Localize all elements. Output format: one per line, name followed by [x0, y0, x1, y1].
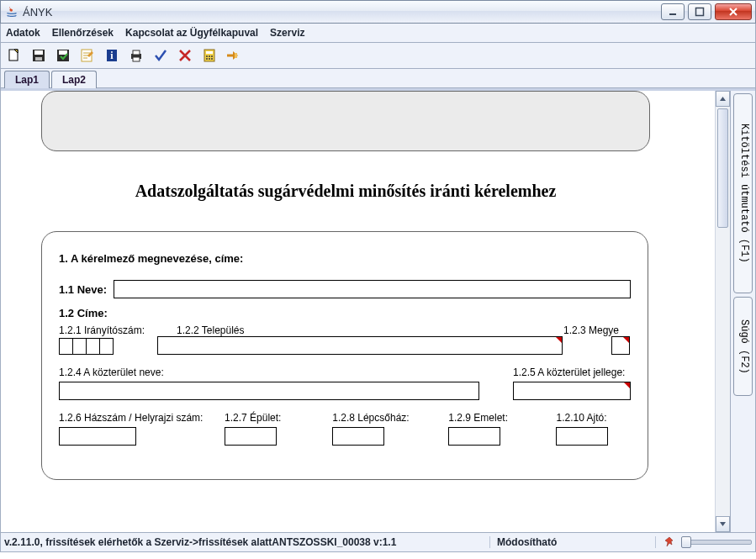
window-title: ÁNYK	[23, 6, 52, 18]
svg-rect-6	[35, 57, 42, 61]
workspace: Adatszolgáltatás sugárvédelmi minősítés …	[0, 91, 756, 533]
field-1-2-5-input[interactable]	[513, 382, 631, 400]
section-1-box: 1. A kérelmező megnevezése, címe: 1.1 Ne…	[41, 231, 648, 480]
tab-lap1[interactable]: Lap1	[4, 71, 50, 88]
document-viewport: Adatszolgáltatás sugárvédelmi minősítés …	[1, 91, 715, 532]
field-1-2-9-input[interactable]	[448, 427, 500, 446]
toolbar-save-check-icon[interactable]	[55, 46, 71, 65]
field-1-2-label: 1.2 Címe:	[59, 307, 108, 319]
svg-marker-24	[720, 97, 726, 101]
svg-rect-23	[235, 53, 237, 58]
field-1-1-input[interactable]	[114, 280, 631, 298]
status-bar: v.2.11.0, frissítések elérhetők a Szervi…	[0, 533, 756, 552]
field-1-2-2-input[interactable]	[157, 336, 563, 355]
field-1-2-3-input[interactable]	[611, 336, 630, 355]
toolbar-pointer-icon[interactable]	[225, 46, 242, 65]
field-1-2-7-label: 1.2.7 Épület:	[225, 412, 315, 424]
scroll-thumb[interactable]	[717, 108, 728, 228]
toolbar-print-icon[interactable]	[128, 46, 145, 65]
field-1-2-4-input[interactable]	[59, 382, 479, 400]
toolbar-check-icon[interactable]	[152, 46, 169, 65]
scroll-down-button[interactable]	[716, 516, 730, 532]
svg-point-18	[209, 55, 210, 57]
svg-point-20	[206, 58, 208, 60]
toolbar: i	[0, 43, 756, 69]
field-1-2-8-input[interactable]	[332, 427, 384, 446]
svg-point-22	[211, 58, 213, 60]
svg-rect-0	[669, 13, 676, 15]
form-page: Adatszolgáltatás sugárvédelmi minősítés …	[9, 91, 682, 480]
document-title: Adatszolgáltatás sugárvédelmi minősítés …	[9, 182, 682, 201]
menu-szerviz[interactable]: Szerviz	[270, 27, 304, 39]
window-close-button[interactable]	[715, 3, 752, 20]
svg-rect-5	[34, 50, 43, 55]
java-icon	[5, 5, 19, 18]
svg-rect-16	[206, 51, 213, 54]
side-panels: Kitöltési útmutató (F1) Súgó (F2)	[730, 91, 755, 532]
toolbar-new-icon[interactable]	[6, 46, 23, 65]
side-guide-panel[interactable]: Kitöltési útmutató (F1)	[733, 93, 753, 293]
postal-digit-2[interactable]	[72, 338, 86, 355]
header-box	[41, 91, 650, 151]
toolbar-edit-icon[interactable]	[79, 46, 96, 65]
svg-marker-25	[720, 522, 726, 526]
status-mode: Módosítható	[497, 536, 656, 548]
field-1-2-6-label: 1.2.6 Házszám / Helyrajzi szám:	[59, 412, 208, 424]
postal-digit-4[interactable]	[99, 338, 114, 355]
field-1-2-4-label: 1.2.4 A közterület neve:	[59, 367, 479, 378]
menu-adatok[interactable]: Adatok	[6, 27, 40, 39]
window-titlebar: ÁNYK	[0, 0, 756, 24]
menu-kapcsolat[interactable]: Kapcsolat az Ügyfélkapuval	[125, 27, 258, 39]
field-1-2-10-input[interactable]	[556, 427, 608, 446]
menu-ellenorzesek[interactable]: Ellenőrzések	[52, 27, 114, 39]
scroll-up-button[interactable]	[716, 91, 730, 107]
field-1-2-3-label: 1.2.3 Megye	[563, 324, 631, 336]
field-1-2-6-input[interactable]	[59, 427, 136, 446]
field-1-2-8-label: 1.2.8 Lépcsőház:	[332, 412, 431, 424]
postal-digit-1[interactable]	[59, 338, 72, 355]
pin-icon[interactable]	[663, 535, 676, 549]
svg-rect-13	[133, 50, 140, 55]
svg-rect-14	[133, 57, 140, 61]
zoom-slider[interactable]	[683, 540, 752, 545]
section-1-heading: 1. A kérelmező megnevezése, címe:	[59, 252, 631, 265]
field-1-2-2-label: 1.2.2 Település	[177, 324, 563, 336]
vertical-scrollbar[interactable]	[715, 91, 730, 532]
field-1-2-5-label: 1.2.5 A közterület jellege:	[513, 367, 631, 378]
field-1-1-label: 1.1 Neve:	[59, 283, 107, 296]
window-minimize-button[interactable]	[661, 3, 685, 20]
field-1-2-1-input[interactable]	[59, 338, 114, 355]
field-1-2-7-input[interactable]	[225, 427, 277, 446]
toolbar-info-icon[interactable]: i	[103, 46, 120, 65]
postal-digit-3[interactable]	[86, 338, 99, 355]
svg-rect-1	[696, 8, 704, 16]
menu-bar: Adatok Ellenőrzések Kapcsolat az Ügyfélk…	[0, 24, 756, 43]
field-1-2-9-label: 1.2.9 Emelet:	[448, 412, 539, 424]
toolbar-calc-icon[interactable]	[201, 46, 218, 65]
scroll-track[interactable]	[716, 107, 730, 516]
status-version: v.2.11.0, frissítések elérhetők a Szervi…	[4, 536, 490, 548]
field-1-2-10-label: 1.2.10 Ajtó:	[556, 412, 631, 424]
tab-strip: Lap1 Lap2	[0, 69, 756, 88]
toolbar-save-icon[interactable]	[30, 46, 47, 65]
tab-lap2[interactable]: Lap2	[51, 71, 97, 88]
field-1-2-1-label: 1.2.1 Irányítószám:	[59, 324, 177, 336]
side-help-panel[interactable]: Súgó (F2)	[733, 297, 753, 396]
toolbar-delete-icon[interactable]	[177, 46, 193, 65]
svg-point-19	[211, 55, 213, 57]
svg-point-21	[209, 58, 210, 60]
window-maximize-button[interactable]	[688, 3, 711, 20]
svg-point-17	[206, 55, 208, 57]
